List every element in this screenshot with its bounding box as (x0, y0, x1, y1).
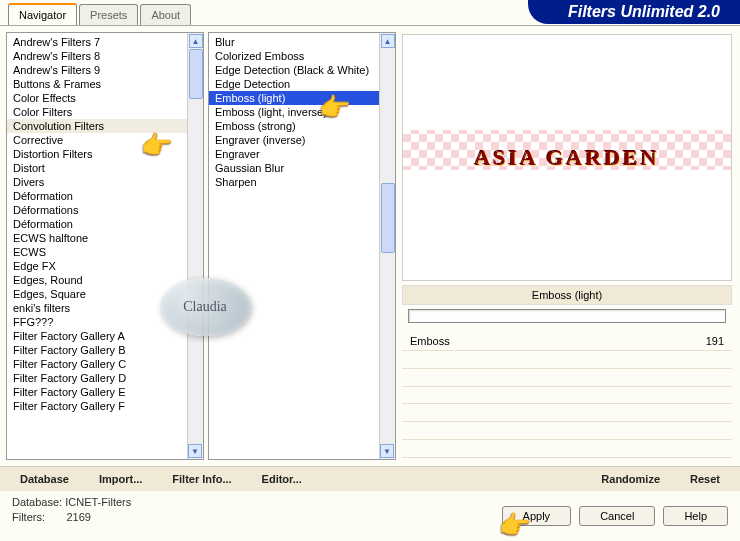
list-item[interactable]: Filter Factory Gallery B (7, 343, 187, 357)
cancel-button[interactable]: Cancel (579, 506, 655, 526)
footer-buttons: Apply Cancel Help (502, 506, 728, 526)
param-name: Emboss (410, 335, 450, 347)
list-item[interactable]: Engraver (inverse) (209, 133, 379, 147)
param-filter-name: Emboss (light) (402, 285, 732, 305)
category-scrollbar[interactable]: ▲ ▼ (187, 33, 203, 459)
list-item[interactable]: Gaussian Blur (209, 161, 379, 175)
list-item[interactable]: Filter Factory Gallery E (7, 385, 187, 399)
param-value: 191 (706, 335, 724, 347)
help-button[interactable]: Help (663, 506, 728, 526)
filter-scrollbar[interactable]: ▲ ▼ (379, 33, 395, 459)
toolbar: Database Import... Filter Info... Editor… (0, 466, 740, 491)
filters-count: 2169 (66, 511, 90, 523)
list-item[interactable]: Andrew's Filters 9 (7, 63, 187, 77)
toolbar-randomize[interactable]: Randomize (601, 473, 660, 485)
filters-label: Filters: (12, 511, 45, 523)
list-item[interactable]: Edge Detection (Black & White) (209, 63, 379, 77)
preview-image: ASIA GARDEN (402, 34, 732, 281)
param-main-slider[interactable] (408, 309, 726, 323)
param-row-empty: . (402, 422, 732, 440)
header: Navigator Presets About Filters Unlimite… (0, 0, 740, 26)
list-item[interactable]: ECWS (7, 245, 187, 259)
param-row-empty: . (402, 387, 732, 405)
list-item[interactable]: Divers (7, 175, 187, 189)
list-item[interactable]: Colorized Emboss (209, 49, 379, 63)
list-item[interactable]: Convolution Filters (7, 119, 187, 133)
list-item[interactable]: Andrew's Filters 7 (7, 35, 187, 49)
footer-info: Database: ICNET-Filters Filters: 2169 (12, 495, 131, 526)
tab-about[interactable]: About (140, 4, 191, 25)
list-item[interactable]: Déformations (7, 203, 187, 217)
apply-button[interactable]: Apply (502, 506, 572, 526)
param-row-empty: . (402, 351, 732, 369)
scroll-up-icon[interactable]: ▲ (189, 34, 203, 48)
list-item[interactable]: Edges, Square (7, 287, 187, 301)
footer: Database: ICNET-Filters Filters: 2169 Ap… (0, 491, 740, 530)
category-list[interactable]: Andrew's Filters 7Andrew's Filters 8Andr… (6, 32, 204, 460)
list-item[interactable]: Filter Factory Gallery C (7, 357, 187, 371)
toolbar-editor[interactable]: Editor... (262, 473, 302, 485)
list-item[interactable]: Blur (209, 35, 379, 49)
filter-list[interactable]: BlurColorized EmbossEdge Detection (Blac… (208, 32, 396, 460)
scroll-thumb[interactable] (189, 49, 203, 99)
scroll-down-icon[interactable]: ▼ (380, 444, 394, 458)
list-item[interactable]: FFG??? (7, 315, 187, 329)
toolbar-database[interactable]: Database (20, 473, 69, 485)
list-item[interactable]: Edge FX (7, 259, 187, 273)
tab-strip: Navigator Presets About (8, 0, 193, 25)
list-item[interactable]: Color Filters (7, 105, 187, 119)
preview-pane: ASIA GARDEN Emboss (light) Emboss 191 . … (400, 32, 734, 460)
app-title: Filters Unlimited 2.0 (528, 0, 740, 24)
list-item[interactable]: Déformation (7, 217, 187, 231)
list-item[interactable]: Distort (7, 161, 187, 175)
db-value: ICNET-Filters (65, 496, 131, 508)
toolbar-import[interactable]: Import... (99, 473, 142, 485)
list-item[interactable]: Color Effects (7, 91, 187, 105)
toolbar-filter-info[interactable]: Filter Info... (172, 473, 231, 485)
list-item[interactable]: ECWS halftone (7, 231, 187, 245)
db-label: Database: (12, 496, 62, 508)
tab-presets[interactable]: Presets (79, 4, 138, 25)
tab-navigator[interactable]: Navigator (8, 3, 77, 25)
param-row-empty: . (402, 440, 732, 458)
list-item[interactable]: Emboss (light) (209, 91, 379, 105)
list-item[interactable]: Edge Detection (209, 77, 379, 91)
scroll-down-icon[interactable]: ▼ (188, 444, 202, 458)
list-item[interactable]: Edges, Round (7, 273, 187, 287)
scroll-up-icon[interactable]: ▲ (381, 34, 395, 48)
list-item[interactable]: Filter Factory Gallery A (7, 329, 187, 343)
list-item[interactable]: Andrew's Filters 8 (7, 49, 187, 63)
preview-text: ASIA GARDEN (474, 145, 659, 171)
list-item[interactable]: Emboss (strong) (209, 119, 379, 133)
list-item[interactable]: Déformation (7, 189, 187, 203)
list-item[interactable]: Corrective (7, 133, 187, 147)
list-item[interactable]: Emboss (light, inverse) (209, 105, 379, 119)
list-item[interactable]: Filter Factory Gallery D (7, 371, 187, 385)
list-item[interactable]: Sharpen (209, 175, 379, 189)
param-row-empty: . (402, 369, 732, 387)
param-row[interactable]: Emboss 191 (402, 333, 732, 351)
list-item[interactable]: Filter Factory Gallery F (7, 399, 187, 413)
list-item[interactable]: Engraver (209, 147, 379, 161)
list-item[interactable]: enki's filters (7, 301, 187, 315)
param-row-empty: . (402, 404, 732, 422)
scroll-thumb[interactable] (381, 183, 395, 253)
main-area: Andrew's Filters 7Andrew's Filters 8Andr… (0, 26, 740, 466)
toolbar-reset[interactable]: Reset (690, 473, 720, 485)
list-item[interactable]: Buttons & Frames (7, 77, 187, 91)
list-item[interactable]: Distortion Filters (7, 147, 187, 161)
